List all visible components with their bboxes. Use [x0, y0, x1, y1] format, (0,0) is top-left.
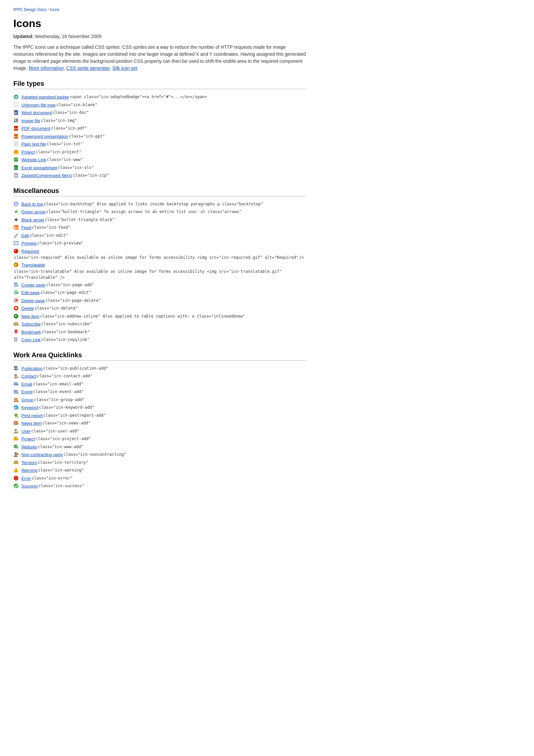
adoptedbadge-icon: ★ [13, 94, 19, 100]
required-icon: * [13, 248, 19, 254]
delete-link[interactable]: Delete [21, 305, 34, 312]
list-item: Image file class="icn-img" [13, 118, 307, 124]
miscellaneous-heading: Miscellaneous [13, 187, 307, 196]
breadcrumb-current-link[interactable]: Icons [50, 7, 59, 12]
page-title: Icons [13, 17, 307, 30]
zip-link[interactable]: Zipped/Compressed file(s) [21, 172, 72, 179]
pestreport-link[interactable]: Pest report [21, 412, 43, 419]
subscribe-icon [13, 321, 19, 327]
svg-text:+: + [17, 392, 19, 394]
list-item: * Required class="icn-required" Also ava… [13, 248, 307, 261]
delete-icon [13, 306, 19, 312]
css-sprite-link[interactable]: CSS sprite generator [66, 65, 110, 71]
user-link[interactable]: User [21, 428, 30, 435]
more-info-link[interactable]: More information [29, 65, 64, 71]
file-types-heading: File types [13, 80, 307, 89]
list-item: T Translatable class="icn-translatable" … [13, 262, 307, 280]
svg-text:PDF: PDF [14, 128, 18, 130]
green-arrow-link[interactable]: Green arrow [21, 209, 45, 215]
keyword-link[interactable]: Keyword [21, 404, 38, 411]
edit-page-link[interactable]: Edit page [21, 290, 40, 296]
unknown-file-link[interactable]: Unknown file type [21, 102, 56, 109]
list-item: pg+ Create page class="icn-page-add" [13, 282, 307, 289]
bookmark-link[interactable]: Bookmark [21, 329, 41, 336]
pdf-doc-link[interactable]: PDF document [21, 125, 50, 132]
plain-text-link[interactable]: Plain text file [21, 141, 46, 148]
event-add-icon: + [13, 389, 19, 395]
backtotop-link[interactable]: Back to top [21, 201, 43, 208]
svg-text:PPT: PPT [14, 136, 18, 138]
svg-rect-17 [15, 150, 17, 151]
list-item: Territory class="icn-territory" [13, 459, 307, 466]
keyword-add-icon: K+ [13, 405, 19, 411]
black-arrow-link[interactable]: Black arrow [21, 217, 44, 223]
image-file-link[interactable]: Image file [21, 118, 40, 124]
new-item-link[interactable]: New item [21, 313, 39, 320]
territory-link[interactable]: Territory [21, 459, 37, 466]
list-item: Edit page class="icn-page-edit" [13, 290, 307, 296]
news-link[interactable]: News item [21, 420, 42, 427]
list-item: ZIP Zipped/Compressed file(s) class="icn… [13, 172, 307, 179]
svg-text:+: + [17, 438, 19, 441]
project-link[interactable]: Project [21, 149, 35, 156]
group-link[interactable]: Group [21, 397, 33, 403]
breadcrumb-home-link[interactable]: IPPC Design Docs [13, 7, 46, 12]
error-link[interactable]: Error [21, 475, 31, 482]
group-add-icon: + [13, 397, 19, 403]
backtotop-icon [13, 201, 19, 207]
word-doc-link[interactable]: Word document [21, 110, 52, 116]
project-icon [13, 149, 19, 155]
publication-link[interactable]: Publication [21, 365, 43, 372]
miscellaneous-section: Miscellaneous Back to top class="icn-bac… [13, 187, 307, 343]
list-item: Bookmark class="icn-bookmark" [13, 329, 307, 336]
event-link[interactable]: Event [21, 389, 32, 395]
www-icon [13, 157, 19, 163]
svg-rect-2 [14, 103, 18, 107]
svg-point-60 [14, 374, 17, 377]
svg-text:XLS: XLS [14, 167, 18, 169]
svg-text:+: + [17, 400, 19, 402]
contact-link[interactable]: Contact [21, 373, 36, 380]
website-link[interactable]: Website Link [21, 157, 46, 163]
svg-text:!: ! [16, 469, 17, 472]
adoptedbadge-link[interactable]: Adopted standard badge [21, 94, 69, 101]
edit-link[interactable]: Edit [21, 232, 29, 239]
svg-text:W: W [14, 112, 17, 115]
svg-text:K: K [15, 406, 17, 409]
project-add-link[interactable]: Project [21, 436, 35, 442]
website-add-link[interactable]: Website [21, 444, 37, 450]
list-item: PDF PDF document class="icn-pdf" [13, 125, 307, 132]
page-edit-icon [13, 290, 19, 296]
email-add-icon: + [13, 381, 19, 387]
copylink-link[interactable]: Copy Link [21, 337, 41, 343]
list-item: pub+ Publication class="icn-publication-… [13, 365, 307, 372]
svg-text:+: + [17, 415, 19, 418]
success-link[interactable]: Success [21, 483, 38, 490]
delete-page-link[interactable]: Delete page [21, 298, 45, 304]
list-item: ! Error class="icn-error" [13, 475, 307, 482]
ppt-link[interactable]: Powerpoint presentation [21, 133, 68, 140]
warning-link[interactable]: Warning [21, 467, 37, 474]
translatable-link[interactable]: Translatable [21, 262, 45, 268]
quicklinks-list: pub+ Publication class="icn-publication-… [13, 365, 307, 490]
misc-list: Back to top class="icn-backtotop" Also a… [13, 201, 307, 343]
svg-point-30 [14, 228, 15, 229]
list-item: Success class="icn-success" [13, 483, 307, 490]
required-link[interactable]: Required [21, 248, 39, 255]
noncontracting-link[interactable]: Non-contracting party [21, 451, 63, 458]
subscribe-link[interactable]: Subscribe [21, 321, 41, 328]
svg-text:+: + [17, 446, 19, 449]
excel-link[interactable]: Excel spreadsheet [21, 165, 57, 171]
preview-link[interactable]: Preview [21, 240, 37, 247]
pestreport-add-icon: + [13, 413, 19, 419]
project-add-icon: + [13, 436, 19, 442]
list-item: Delete class="icn-delete" [13, 305, 307, 312]
feed-link[interactable]: Feed [21, 224, 31, 231]
email-link[interactable]: Email [21, 381, 32, 388]
create-page-link[interactable]: Create page [21, 282, 45, 289]
file-types-list: ★ Adopted standard badge <span class="ic… [13, 94, 307, 179]
list-item: K+ Keyword class="icn-keyword-add" [13, 404, 307, 411]
list-item: Copy Link class="icn-copylink" [13, 337, 307, 343]
black-arrow-icon [13, 217, 19, 223]
silk-icon-link[interactable]: Silk icon set [112, 65, 138, 71]
